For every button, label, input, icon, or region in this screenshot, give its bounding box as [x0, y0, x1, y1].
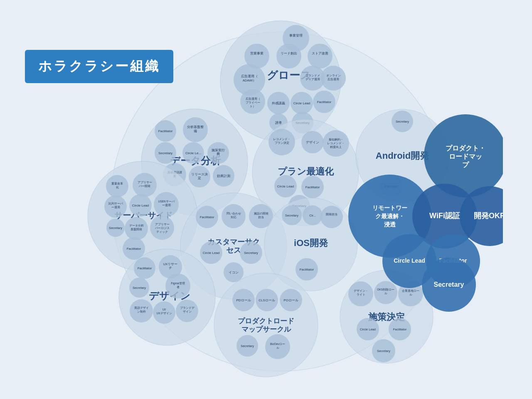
svg-text:外感講義: 外感講義 — [272, 101, 285, 105]
svg-text:Secretary: Secretary — [434, 281, 464, 288]
svg-text:Circle Lead: Circle Lead — [394, 257, 425, 264]
svg-text:WiFi認証: WiFi認証 — [429, 212, 461, 220]
svg-text:Secretary: Secretary — [285, 214, 298, 217]
svg-text:レコメンド・: レコメンド・ — [273, 138, 291, 140]
svg-text:基盤開発: 基盤開発 — [131, 228, 142, 231]
svg-text:施策実行: 施策実行 — [212, 148, 225, 152]
svg-text:化: 化 — [116, 186, 119, 189]
title-text: ホラクラシー組織 — [38, 59, 160, 74]
svg-text:Facilitator: Facilitator — [158, 129, 173, 133]
svg-text:費: 費 — [217, 152, 220, 156]
svg-text:ル: ル — [276, 346, 279, 349]
svg-text:広告運用（: 広告運用（ — [241, 74, 258, 78]
svg-text:プ: プ — [462, 161, 470, 168]
svg-text:Facilitator: Facilitator — [300, 268, 314, 271]
svg-text:誘導: 誘導 — [275, 121, 282, 125]
svg-text:ー運用: ー運用 — [162, 204, 171, 207]
svg-text:POロール: POロール — [283, 298, 298, 302]
svg-text:UI/: UI/ — [163, 308, 166, 311]
svg-text:イコン: イコン — [229, 271, 239, 274]
svg-text:比列サーバ: 比列サーバ — [108, 202, 123, 205]
svg-text:広告運用（: 広告運用（ — [246, 97, 260, 101]
svg-text:マップサークル: マップサークル — [241, 325, 291, 333]
svg-text:OKS削除ロー: OKS削除ロー — [377, 288, 394, 291]
svg-text:者: 者 — [177, 286, 180, 288]
svg-text:広告運用: 広告運用 — [328, 78, 339, 81]
svg-text:ル: ル — [384, 292, 387, 295]
svg-text:Android開発: Android開発 — [376, 150, 429, 161]
svg-text:ティック: ティック — [156, 230, 168, 233]
svg-point-148 — [214, 273, 318, 377]
svg-text:Figma管理: Figma管理 — [171, 282, 185, 285]
svg-text:ク最適解・: ク最適解・ — [375, 213, 404, 219]
svg-text:事業管理: 事業管理 — [289, 34, 303, 37]
svg-text:擬似解約・: 擬似解約・ — [329, 138, 343, 141]
svg-text:UXリサー: UXリサー — [163, 262, 177, 266]
title-box: ホラクラシー組織 — [25, 50, 173, 83]
svg-text:データ分析: データ分析 — [129, 224, 144, 227]
svg-text:Secretary: Secretary — [396, 120, 409, 123]
svg-text:バー開発: バー開発 — [138, 185, 150, 187]
svg-text:営業事業: 営業事業 — [250, 52, 264, 55]
svg-text:重要改革: 重要改革 — [111, 182, 123, 185]
svg-text:ル: ル — [409, 293, 412, 296]
svg-text:Secretary: Secretary — [241, 344, 254, 348]
svg-text:Secretary: Secretary — [109, 226, 122, 230]
svg-text:ザイン: ザイン — [183, 310, 192, 313]
svg-text:CLSロール: CLSロール — [259, 298, 275, 302]
svg-text:ADAWI）: ADAWI） — [243, 79, 256, 82]
svg-text:デザイン: デザイン — [306, 140, 319, 144]
svg-text:精度向上: 精度向上 — [330, 145, 342, 148]
svg-text:英語デザイ: 英語デザイ — [134, 306, 149, 310]
svg-text:ブランドデ: ブランドデ — [180, 306, 195, 309]
svg-text:担当: 担当 — [258, 216, 264, 219]
svg-text:企業基地ロー: 企業基地ロー — [402, 289, 419, 292]
svg-text:プロダクトロード: プロダクトロード — [238, 317, 294, 325]
svg-text:プライベー: プライベー — [246, 101, 260, 104]
svg-text:Circle Lead: Circle Lead — [360, 328, 376, 331]
svg-text:USENサーバ: USENサーバ — [158, 200, 175, 203]
svg-text:Circle Lead: Circle Lead — [293, 101, 310, 105]
svg-text:リード創出: リード創出 — [281, 52, 297, 55]
svg-text:分析基盤整: 分析基盤整 — [187, 125, 204, 129]
svg-text:備: 備 — [194, 129, 197, 133]
svg-text:デザイン・: デザイン・ — [354, 289, 368, 293]
svg-text:効果計測: 効果計測 — [217, 174, 230, 178]
svg-text:レコメンド・: レコメンド・ — [327, 142, 345, 145]
svg-text:施設の開発: 施設の開発 — [254, 212, 268, 215]
svg-text:PDロール: PDロール — [236, 298, 251, 302]
svg-text:Circle Le...: Circle Le... — [185, 151, 201, 155]
svg-text:UXデザイン: UXデザイン — [156, 312, 172, 315]
svg-text:Facilitator: Facilitator — [317, 100, 332, 104]
svg-text:BizDevロー: BizDevロー — [270, 342, 285, 345]
svg-point-8 — [308, 44, 332, 69]
svg-text:定: 定 — [198, 176, 201, 180]
svg-text:Facilitator: Facilitator — [393, 328, 407, 331]
svg-text:Facilitator: Facilitator — [127, 247, 141, 251]
svg-text:ブランドメ: ブランドメ — [305, 74, 320, 77]
svg-text:Secretary: Secretary — [377, 349, 390, 353]
svg-text:バーロジス: バーロジス — [155, 227, 170, 229]
svg-text:プロダクト・: プロダクト・ — [446, 144, 485, 152]
svg-text:開発担当: 開発担当 — [326, 213, 337, 216]
svg-text:Secretary: Secretary — [158, 151, 172, 155]
svg-text:プラン決定: プラン決定 — [275, 141, 289, 144]
svg-point-123 — [320, 206, 343, 228]
svg-text:オンライン: オンライン — [326, 74, 341, 77]
svg-text:Circle Lead: Circle Lead — [277, 185, 294, 188]
svg-text:Facilitator: Facilitator — [138, 266, 152, 270]
svg-text:ディア運用: ディア運用 — [305, 78, 320, 81]
svg-text:Cir...: Cir... — [309, 214, 315, 217]
svg-text:Facilitator: Facilitator — [305, 185, 320, 189]
svg-text:アプリサー: アプリサー — [138, 181, 152, 184]
svg-text:ライト: ライト — [357, 293, 365, 296]
svg-text:セス: セス — [226, 246, 241, 254]
svg-text:Secretary: Secretary — [133, 286, 146, 290]
svg-text:ト）: ト） — [250, 105, 256, 108]
svg-text:問い合わせ: 問い合わせ — [227, 212, 241, 215]
svg-text:ー運用: ー運用 — [111, 206, 120, 209]
svg-text:アプリサー: アプリサー — [155, 223, 170, 226]
svg-text:iOS開発: iOS開発 — [294, 238, 328, 248]
svg-text:チ: チ — [169, 266, 172, 270]
svg-text:ロードマッ: ロードマッ — [449, 153, 482, 160]
